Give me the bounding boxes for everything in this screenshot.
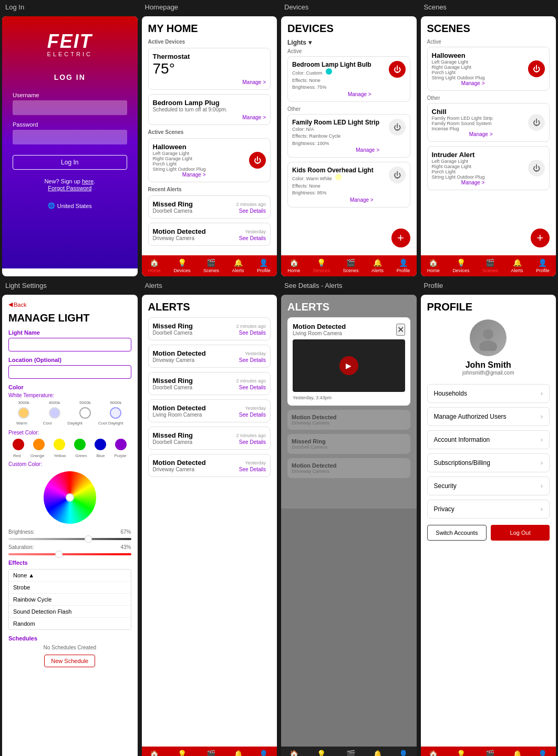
temp-warm[interactable] (18, 407, 29, 419)
bedroom-lamp-manage[interactable]: Manage > (242, 115, 266, 120)
device3-power[interactable]: ⏻ (389, 167, 406, 183)
menu-households[interactable]: Households › (427, 384, 550, 403)
alert2-see-details[interactable]: See Details (239, 235, 266, 241)
alert1-see-details[interactable]: See Details (239, 208, 266, 214)
scene-card-3: Intruder Alert Left Garage Light Right G… (427, 146, 550, 190)
nav-devices[interactable]: 💡Devices (173, 750, 190, 756)
effect-random[interactable]: Random (9, 618, 131, 629)
nav-scenes[interactable]: 🎬Scenes (343, 258, 358, 273)
scene1-manage[interactable]: Manage > (432, 80, 485, 86)
location-input[interactable] (8, 365, 131, 379)
device1-power[interactable]: ⏻ (389, 61, 406, 78)
saturation-slider[interactable] (8, 553, 131, 555)
manage-light-title: MANAGE LIGHT (8, 312, 131, 324)
device2-manage[interactable]: Manage > (292, 147, 379, 153)
nav-alerts[interactable]: 🔔Alerts (511, 750, 523, 756)
nav-devices[interactable]: 💡Devices (452, 258, 469, 273)
login-button[interactable]: Log In (13, 155, 127, 170)
nav-devices[interactable]: 💡Devices (173, 258, 190, 273)
thermostat-manage[interactable]: Manage > (242, 79, 266, 85)
play-button[interactable]: ▶ (339, 356, 358, 375)
temp-cool-daylight[interactable] (110, 407, 121, 419)
add-scene-btn[interactable]: + (531, 229, 550, 247)
alert-detail-0[interactable]: See Details (239, 330, 266, 336)
menu-account-info[interactable]: Account Information › (427, 430, 550, 449)
lights-filter[interactable]: Lights ▾ (287, 39, 410, 46)
brightness-slider[interactable] (8, 538, 131, 540)
scene3-manage[interactable]: Manage > (432, 180, 485, 185)
device3-manage[interactable]: Manage > (292, 197, 374, 203)
temp-daylight[interactable] (79, 407, 91, 419)
alert-detail-2[interactable]: See Details (239, 385, 266, 390)
nav-home[interactable]: 🏠Home (427, 750, 440, 756)
nav-alerts[interactable]: 🔔Alerts (232, 750, 244, 756)
nav-alerts[interactable]: 🔔Alerts (371, 750, 384, 756)
nav-profile[interactable]: 👤Profile (397, 750, 410, 756)
nav-home[interactable]: 🏠Home (287, 258, 300, 273)
nav-profile[interactable]: 👤Profile (536, 750, 550, 756)
menu-authorized-users[interactable]: Manage Authorized Users › (427, 407, 550, 426)
new-schedule-button[interactable]: New Schedule (44, 655, 95, 667)
halloween-manage[interactable]: Manage > (153, 172, 206, 178)
scene1-power[interactable]: ⏻ (528, 60, 545, 77)
preset-green[interactable] (74, 439, 86, 450)
menu-privacy[interactable]: Privacy › (427, 500, 550, 519)
alert-detail-3[interactable]: See Details (239, 412, 266, 418)
brightness-thumb[interactable] (85, 535, 92, 543)
scene2-manage[interactable]: Manage > (432, 131, 493, 137)
scene2-power[interactable]: ⏻ (528, 114, 545, 131)
nav-alerts[interactable]: 🔔Alerts (371, 258, 384, 273)
effect-none[interactable]: None ▲ (9, 569, 131, 582)
nav-devices[interactable]: 💡Devices (313, 258, 330, 273)
nav-profile[interactable]: 👤Profile (257, 750, 271, 756)
add-device-btn[interactable]: + (391, 229, 410, 247)
nav-devices[interactable]: 💡Devices (313, 750, 330, 756)
nav-profile[interactable]: 👤Profile (397, 258, 410, 273)
signup-link[interactable]: here (82, 178, 94, 184)
scene3-power[interactable]: ⏻ (528, 160, 545, 177)
username-input[interactable] (13, 100, 127, 115)
preset-orange[interactable] (33, 439, 45, 450)
nav-alerts[interactable]: 🔔Alerts (232, 258, 244, 273)
nav-scenes[interactable]: 🎬Scenes (482, 750, 498, 756)
nav-profile[interactable]: 👤Profile (536, 258, 550, 273)
color-wheel[interactable] (44, 471, 96, 524)
alert-detail-4[interactable]: See Details (239, 439, 266, 445)
logout-button[interactable]: Log Out (491, 525, 550, 541)
preset-yellow[interactable] (54, 439, 65, 450)
halloween-power-btn[interactable]: ⏻ (249, 152, 266, 169)
back-button[interactable]: ◀ Back (8, 301, 131, 308)
alert-detail-1[interactable]: See Details (239, 357, 266, 363)
nav-scenes[interactable]: 🎬Scenes (343, 750, 358, 756)
nav-devices[interactable]: 💡Devices (452, 750, 469, 756)
temp-cool[interactable] (49, 407, 60, 419)
preset-red[interactable] (13, 439, 24, 450)
nav-home[interactable]: 🏠Home (427, 258, 440, 273)
nav-scenes[interactable]: 🎬Scenes (203, 258, 219, 273)
nav-scenes[interactable]: 🎬Scenes (482, 258, 498, 273)
language-label[interactable]: United States (57, 203, 92, 209)
menu-security[interactable]: Security › (427, 477, 550, 495)
preset-purple[interactable] (115, 439, 127, 450)
forgot-password-link[interactable]: Forgot Password (48, 185, 91, 191)
effect-strobe[interactable]: Strobe (9, 582, 131, 594)
effect-rainbow[interactable]: Rainbow Cycle (9, 594, 131, 606)
preset-blue[interactable] (95, 439, 106, 450)
device1-manage[interactable]: Manage > (292, 91, 371, 97)
light-name-input[interactable] (8, 338, 131, 351)
close-modal-btn[interactable]: ✕ (396, 324, 405, 336)
nav-scenes[interactable]: 🎬Scenes (203, 750, 219, 756)
effect-sound[interactable]: Sound Detection Flash (9, 606, 131, 618)
nav-alerts[interactable]: 🔔Alerts (511, 258, 523, 273)
nav-home[interactable]: 🏠Home (287, 750, 300, 756)
switch-accounts-button[interactable]: Switch Accounts (427, 525, 487, 541)
menu-subscriptions[interactable]: Subscriptions/Billing › (427, 453, 550, 472)
device2-power[interactable]: ⏻ (389, 119, 406, 136)
password-input[interactable] (13, 130, 127, 144)
nav-profile[interactable]: 👤Profile (257, 258, 271, 273)
saturation-thumb[interactable] (55, 551, 63, 558)
nav-home[interactable]: 🏠Home (148, 750, 161, 756)
alert-detail-5[interactable]: See Details (239, 467, 266, 472)
nav-home[interactable]: 🏠Home (148, 258, 161, 273)
video-preview[interactable]: ▶ (293, 339, 405, 392)
